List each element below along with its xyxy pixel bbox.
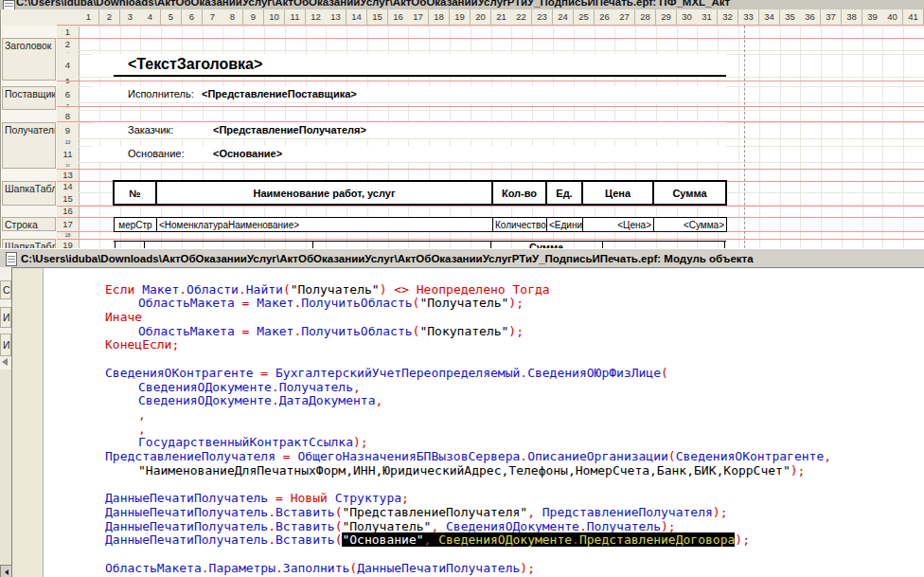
column-header[interactable]: 28: [635, 9, 656, 26]
code-line[interactable]: ДанныеПечатиПолучатель = Новый Структура…: [105, 492, 409, 506]
column-header[interactable]: 4: [140, 9, 161, 26]
code-line[interactable]: СведенияОКонтрагенте = БухгалтерскийУчет…: [105, 367, 668, 381]
row-header[interactable]: 11: [57, 146, 80, 163]
code-line[interactable]: Иначе: [105, 311, 142, 325]
code-line[interactable]: ДанныеПечатиПолучатель.Вставить("Предста…: [105, 506, 727, 520]
spreadsheet-window-titlebar[interactable]: C:\Users\iduba\Downloads\АктОбОказанииУс…: [0, 0, 924, 9]
area-label[interactable]: Заголовок: [2, 38, 56, 81]
code-line[interactable]: ПредставлениеПолучателя = ОбщегоНазначен…: [105, 450, 831, 464]
column-header[interactable]: 13: [326, 9, 346, 26]
sheet-cell-text[interactable]: Основание:: [128, 148, 184, 159]
sheet-cell-text[interactable]: <ПредставлениеПоставщика>: [202, 88, 357, 99]
row-header[interactable]: 15: [57, 192, 80, 206]
code-line[interactable]: "НаименованиеДляПечатныхФорм,ИНН,Юридиче…: [138, 464, 805, 478]
sheet-cell-text[interactable]: <ПредставлениеПолучателя>: [213, 124, 366, 135]
row-cell[interactable]: <Цена>: [582, 217, 654, 232]
column-header[interactable]: 30: [677, 9, 698, 26]
code-line[interactable]: ,: [138, 408, 146, 423]
column-header[interactable]: 29: [656, 9, 677, 26]
column-header[interactable]: 12: [306, 9, 327, 26]
column-header[interactable]: 31: [697, 9, 718, 26]
table-header-cell[interactable]: Наименование работ, услуг: [155, 180, 493, 206]
column-header[interactable]: 17: [408, 9, 429, 26]
row-header[interactable]: 19: [57, 239, 80, 248]
column-header[interactable]: 20: [471, 9, 491, 26]
column-header[interactable]: 40: [882, 9, 903, 26]
area-label[interactable]: ШапкаТабли: [2, 181, 56, 206]
row-cell[interactable]: <ЕдиницаИзмерения>: [546, 217, 583, 232]
table-header-cell[interactable]: №: [113, 180, 157, 206]
column-header[interactable]: 27: [614, 9, 635, 26]
column-header[interactable]: 32: [718, 9, 738, 26]
column-header[interactable]: 14: [346, 9, 367, 26]
column-header[interactable]: 36: [800, 9, 821, 26]
table-header-cell[interactable]: Кол-во: [491, 180, 547, 206]
column-header[interactable]: 24: [553, 9, 574, 26]
row-header[interactable]: 6: [57, 86, 80, 103]
column-header[interactable]: 6: [182, 9, 203, 26]
table-header-cell[interactable]: Ед.: [545, 180, 583, 206]
column-header[interactable]: 23: [532, 9, 553, 26]
table-header-cell[interactable]: Цена: [581, 180, 654, 206]
column-header[interactable]: 1: [79, 9, 99, 26]
row-cell[interactable]: мерСтр: [114, 217, 157, 232]
module-icon[interactable]: [6, 252, 17, 266]
row-cell[interactable]: <НоменклатураНаименование>: [156, 217, 493, 232]
column-header[interactable]: 26: [595, 9, 615, 26]
column-header[interactable]: 34: [759, 9, 780, 26]
area-label-clipped[interactable]: С: [0, 280, 11, 299]
code-line[interactable]: Если Макет.Области.Найти("Получатель") <…: [105, 283, 550, 298]
column-header[interactable]: 22: [511, 9, 532, 26]
code-line[interactable]: ГосударственныйКонтрактСсылка);: [138, 436, 368, 450]
column-header[interactable]: 7: [203, 9, 223, 26]
area-label-clipped[interactable]: И: [0, 307, 11, 328]
row-cell[interactable]: Количество>: [492, 217, 547, 232]
table-header-cell[interactable]: Сумма: [652, 180, 727, 206]
column-header[interactable]: 18: [429, 9, 450, 26]
code-editor[interactable]: Если Макет.Области.Найти("Получатель") <…: [11, 267, 924, 577]
spreadsheet-icon[interactable]: [3, 0, 15, 9]
column-header[interactable]: 39: [862, 9, 883, 26]
code-line[interactable]: ,: [138, 423, 146, 437]
code-line[interactable]: ОбластьМакета.Параметры.Заполнить(Данные…: [105, 562, 535, 576]
row-header[interactable]: 1: [57, 26, 80, 39]
row-header[interactable]: 13: [57, 169, 80, 182]
code-line[interactable]: ОбластьМакета = Макет.ПолучитьОбласть("П…: [138, 297, 524, 311]
sheet-cell-text[interactable]: <ТекстЗаголовка>: [128, 56, 262, 73]
area-label[interactable]: ШапкаТабли: [2, 239, 56, 248]
column-header[interactable]: 3: [120, 9, 141, 26]
column-header[interactable]: 37: [821, 9, 842, 26]
row-cell[interactable]: <Сумма>: [653, 217, 727, 232]
row19-sum-label[interactable]: Сумма: [490, 242, 602, 248]
area-label[interactable]: Поставщик: [2, 86, 56, 110]
area-label[interactable]: Строка: [2, 217, 56, 231]
sheet-cell-text[interactable]: Заказчик:: [128, 124, 173, 135]
row-header[interactable]: 4: [57, 54, 80, 78]
code-line[interactable]: СведенияОДокументе.ДатаДокумента,: [138, 394, 382, 408]
area-label-clipped[interactable]: И: [0, 334, 11, 356]
column-header[interactable]: 25: [574, 9, 595, 26]
code-text[interactable]: Если Макет.Области.Найти("Получатель") <…: [12, 268, 924, 577]
sheet-cell-text[interactable]: <Основание>: [213, 148, 282, 159]
code-line[interactable]: КонецЕсли;: [105, 338, 179, 352]
sheet-cell-text[interactable]: Исполнитель:: [128, 88, 194, 99]
row-header[interactable]: 2: [57, 38, 80, 51]
code-window-titlebar[interactable]: C:\Users\iduba\Downloads\АктОбОказанииУс…: [0, 249, 924, 268]
column-header[interactable]: 35: [780, 9, 801, 26]
column-header[interactable]: 41: [903, 9, 924, 26]
column-header[interactable]: 9: [243, 9, 264, 26]
area-label[interactable]: Получатель: [2, 122, 56, 169]
column-header[interactable]: 11: [285, 9, 306, 26]
row-header[interactable]: 17: [57, 217, 80, 232]
column-header[interactable]: 2: [99, 9, 120, 26]
column-header[interactable]: 19: [450, 9, 471, 26]
code-line[interactable]: ДанныеПечатиПолучатель.Вставить("Основан…: [105, 533, 750, 548]
column-header[interactable]: 16: [388, 9, 409, 26]
scroll-left-button[interactable]: [0, 565, 11, 577]
column-header[interactable]: 8: [222, 9, 243, 26]
column-header[interactable]: 15: [367, 9, 388, 26]
code-line[interactable]: СведенияОДокументе.Получатель,: [138, 381, 361, 395]
column-header[interactable]: 10: [264, 9, 285, 26]
row-header[interactable]: 16: [57, 205, 80, 218]
column-header[interactable]: 33: [738, 9, 759, 26]
